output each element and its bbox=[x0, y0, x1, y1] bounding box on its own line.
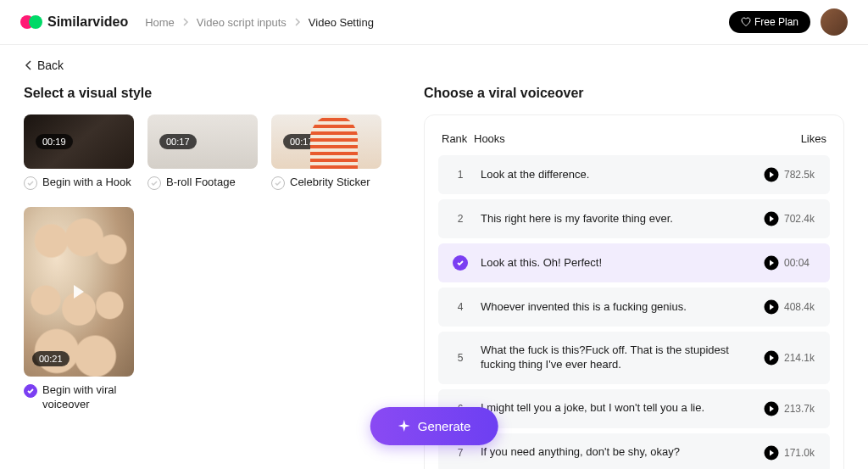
free-plan-badge[interactable]: Free Plan bbox=[729, 11, 810, 33]
breadcrumb: Home Video script inputs Video Setting bbox=[145, 16, 374, 29]
style-label: Begin with a Hook bbox=[42, 176, 131, 190]
voiceover-header: Rank Hooks Likes bbox=[438, 126, 830, 155]
brand-name: Similarvideo bbox=[47, 14, 128, 30]
duration-badge: 00:19 bbox=[36, 134, 73, 149]
play-icon[interactable] bbox=[764, 211, 779, 226]
brand-logo[interactable]: Similarvideo bbox=[20, 14, 128, 30]
hook-text: If you need anything, don't be shy, okay… bbox=[474, 445, 764, 460]
style-label: Celebrity Sticker bbox=[290, 176, 370, 190]
play-icon[interactable] bbox=[764, 255, 779, 271]
voiceover-row[interactable]: 2 This right here is my favorite thing e… bbox=[438, 199, 830, 238]
style-thumb: 00:17 bbox=[147, 114, 258, 169]
duration-badge: 00:17 bbox=[283, 134, 320, 149]
rank-number: 7 bbox=[447, 447, 474, 459]
duration-badge: 00:21 bbox=[32, 351, 70, 366]
likes-count: 214.1k bbox=[779, 352, 821, 364]
logo-mark bbox=[20, 15, 42, 29]
hook-text: I might tell you a joke, but I won't tel… bbox=[474, 401, 764, 416]
col-rank: Rank bbox=[442, 132, 474, 145]
check-icon bbox=[447, 255, 474, 271]
rank-number: 2 bbox=[447, 213, 474, 225]
style-card-viral-voiceover[interactable]: 00:21 Begin with viral voiceover bbox=[24, 207, 134, 412]
play-icon[interactable] bbox=[764, 167, 779, 182]
heart-icon bbox=[741, 17, 751, 27]
hook-text: Look at this. Oh! Perfect! bbox=[474, 256, 764, 271]
rank-number: 4 bbox=[447, 301, 474, 313]
style-card-broll[interactable]: 00:17 B-roll Footage bbox=[147, 114, 258, 190]
likes-count: 171.0k bbox=[779, 447, 821, 459]
likes-count: 213.7k bbox=[779, 403, 821, 415]
hook-text: Look at the difference. bbox=[474, 168, 764, 182]
radio-unselected[interactable] bbox=[24, 176, 37, 190]
avatar[interactable] bbox=[821, 8, 848, 36]
style-card-hook[interactable]: 00:19 Begin with a Hook bbox=[24, 114, 134, 190]
voiceover-row[interactable]: 5 What the fuck is this?Fuck off. That i… bbox=[438, 332, 830, 384]
crumb-inputs[interactable]: Video script inputs bbox=[197, 16, 287, 29]
voiceover-row-selected[interactable]: Look at this. Oh! Perfect! 00:04 bbox=[438, 243, 830, 282]
visual-style-title: Select a visual style bbox=[24, 86, 397, 101]
voiceover-title: Choose a viral voiceover bbox=[424, 86, 844, 101]
hook-text: This right here is my favorite thing eve… bbox=[474, 212, 764, 226]
play-icon[interactable] bbox=[764, 401, 779, 416]
chevron-right-icon bbox=[181, 18, 190, 26]
play-icon bbox=[74, 285, 84, 299]
radio-unselected[interactable] bbox=[271, 176, 285, 190]
back-button[interactable]: Back bbox=[0, 45, 868, 79]
voiceover-row[interactable]: 4 Whoever invented this is a fucking gen… bbox=[438, 288, 830, 327]
radio-unselected[interactable] bbox=[147, 176, 161, 190]
play-icon[interactable] bbox=[764, 299, 779, 315]
style-thumb: 00:17 bbox=[271, 114, 381, 169]
style-label: B-roll Footage bbox=[166, 176, 236, 190]
col-likes: Likes bbox=[776, 132, 826, 145]
likes-count: 408.4k bbox=[779, 301, 821, 313]
voiceover-row[interactable]: 1 Look at the difference. 782.5k bbox=[438, 155, 830, 194]
rank-number: 5 bbox=[447, 352, 474, 364]
app-header: Similarvideo Home Video script inputs Vi… bbox=[0, 0, 868, 45]
preview-thumb[interactable]: 00:21 bbox=[24, 207, 134, 377]
style-label: Begin with viral voiceover bbox=[42, 383, 134, 412]
duration-text: 00:04 bbox=[779, 257, 821, 269]
hook-text: What the fuck is this?Fuck off. That is … bbox=[474, 343, 764, 372]
crumb-home[interactable]: Home bbox=[145, 16, 175, 29]
crumb-setting: Video Setting bbox=[309, 16, 374, 29]
likes-count: 702.4k bbox=[779, 213, 821, 225]
sparkle-icon bbox=[398, 420, 411, 433]
radio-selected[interactable] bbox=[24, 384, 37, 398]
chevron-left-icon bbox=[24, 60, 34, 70]
col-hooks: Hooks bbox=[474, 132, 776, 145]
hook-text: Whoever invented this is a fucking geniu… bbox=[474, 300, 764, 315]
style-thumb: 00:19 bbox=[24, 114, 134, 169]
duration-badge: 00:17 bbox=[159, 134, 197, 149]
chevron-right-icon bbox=[293, 18, 302, 26]
play-icon[interactable] bbox=[764, 350, 779, 366]
generate-button[interactable]: Generate bbox=[370, 407, 498, 445]
play-icon[interactable] bbox=[764, 445, 779, 461]
likes-count: 782.5k bbox=[779, 169, 821, 181]
voiceover-row[interactable]: 7 If you need anything, don't be shy, ok… bbox=[438, 433, 830, 469]
style-card-celebrity[interactable]: 00:17 Celebrity Sticker bbox=[271, 114, 381, 190]
rank-number: 1 bbox=[447, 169, 474, 181]
